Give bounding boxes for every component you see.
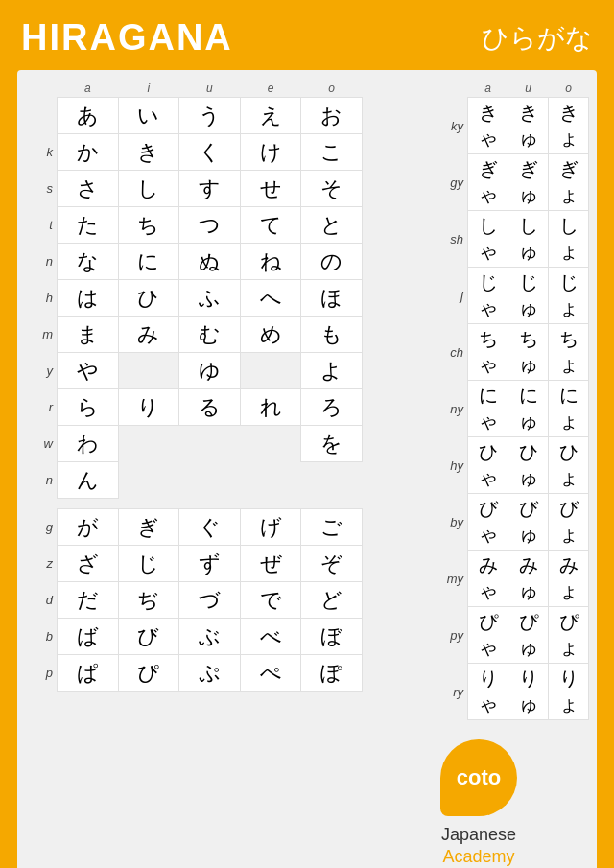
combo-kana-cell: しゅ [508, 211, 549, 268]
right-panel: a u o kyきゃきゅきょgyぎゃぎゅぎょshしゃしゅしょjじゃじゅじょchち… [368, 80, 589, 868]
combo-kana-cell: しょ [549, 211, 589, 268]
dakuten-kana-cell: び [118, 619, 179, 655]
kana-cell: き [118, 134, 179, 171]
kana-cell: ん [57, 462, 118, 499]
dakuten-row-label: d [25, 582, 57, 619]
kana-cell: け [240, 134, 301, 171]
combo-kana-cell: ぎゃ [468, 154, 508, 211]
dakuten-kana-cell: が [57, 509, 118, 546]
kana-cell: い [118, 98, 179, 134]
kana-cell: は [57, 280, 118, 317]
combo-row-label: my [368, 551, 468, 607]
kana-cell [179, 462, 241, 499]
kana-cell: ひ [118, 280, 179, 317]
combo-kana-cell: ひゃ [468, 437, 508, 494]
combo-kana-cell: じゅ [508, 268, 549, 324]
kana-cell: に [118, 244, 179, 280]
dakuten-kana-cell: ぼ [301, 619, 363, 655]
dakuten-kana-cell: で [240, 582, 301, 619]
dakuten-row-label: b [25, 619, 57, 655]
kana-cell: う [179, 98, 241, 134]
kana-cell: つ [179, 207, 241, 244]
row-label: s [25, 171, 57, 207]
kana-cell: あ [57, 98, 118, 134]
academy-label: Academy [442, 847, 514, 866]
left-panel: a i u e o あいうえおkかきくけこsさしすせそtたちつてとnなにぬねのh… [25, 80, 363, 868]
dakuten-kana-cell: ぢ [118, 582, 179, 619]
combo-kana-cell: みょ [549, 551, 589, 607]
kana-cell: え [240, 98, 301, 134]
combo-row-label: py [368, 607, 468, 664]
combo-row-label: gy [368, 154, 468, 211]
combo-col-a: a [468, 80, 508, 98]
dakuten-row-label: z [25, 546, 57, 582]
kana-cell: か [57, 134, 118, 171]
kana-cell: ぬ [179, 244, 241, 280]
kana-cell: ね [240, 244, 301, 280]
page-title-kana: ひらがな [482, 20, 593, 57]
dakuten-kana-cell: ぶ [179, 619, 241, 655]
combo-kana-cell: びょ [549, 494, 589, 551]
dakuten-kana-cell: ぽ [301, 655, 363, 692]
kana-cell: ゆ [179, 353, 241, 389]
kana-cell [179, 426, 241, 462]
dakuten-kana-cell: づ [179, 582, 241, 619]
combo-kana-cell: りゃ [468, 664, 508, 720]
kana-cell: た [57, 207, 118, 244]
kana-cell [240, 353, 301, 389]
row-label: r [25, 389, 57, 426]
main-hiragana-table: a i u e o あいうえおkかきくけこsさしすせそtたちつてとnなにぬねのh… [25, 80, 363, 499]
combo-kana-cell: ぎょ [549, 154, 589, 211]
dakuten-row-label: g [25, 509, 57, 546]
kana-cell [240, 462, 301, 499]
row-label: y [25, 353, 57, 389]
row-label: n [25, 244, 57, 280]
dakuten-kana-cell: べ [240, 619, 301, 655]
kana-cell: ほ [301, 280, 363, 317]
coto-logo-text: coto [457, 765, 501, 790]
dakuten-kana-cell: げ [240, 509, 301, 546]
combo-row-label: ry [368, 664, 468, 720]
kana-cell: も [301, 317, 363, 353]
combo-kana-cell: ぎゅ [508, 154, 549, 211]
kana-cell: ま [57, 317, 118, 353]
kana-cell: お [301, 98, 363, 134]
kana-cell: や [57, 353, 118, 389]
kana-cell [118, 426, 179, 462]
combo-kana-cell: ちゅ [508, 324, 549, 381]
dakuten-kana-cell: ど [301, 582, 363, 619]
dakuten-kana-cell: ぺ [240, 655, 301, 692]
kana-cell: す [179, 171, 241, 207]
row-label: m [25, 317, 57, 353]
kana-cell: へ [240, 280, 301, 317]
dakuten-kana-cell: ぐ [179, 509, 241, 546]
combo-row-label: j [368, 268, 468, 324]
combo-row-label: ny [368, 381, 468, 437]
combo-row-label: by [368, 494, 468, 551]
kana-cell: の [301, 244, 363, 280]
kana-cell: と [301, 207, 363, 244]
kana-cell: ら [57, 389, 118, 426]
combo-kana-cell: じょ [549, 268, 589, 324]
academy-text: Japanese Academy [441, 824, 516, 868]
kana-cell [118, 353, 179, 389]
row-label: w [25, 426, 57, 462]
kana-cell: む [179, 317, 241, 353]
kana-cell: く [179, 134, 241, 171]
combo-kana-cell: みゅ [508, 551, 549, 607]
combo-kana-cell: きょ [549, 98, 589, 154]
dakuten-kana-cell: ぞ [301, 546, 363, 582]
dakuten-kana-cell: ぱ [57, 655, 118, 692]
page-title: HIRAGANA [21, 17, 233, 59]
kana-cell: な [57, 244, 118, 280]
dakuten-kana-cell: ざ [57, 546, 118, 582]
dakuten-row-label: p [25, 655, 57, 692]
combo-row-label: ky [368, 98, 468, 154]
combo-kana-cell: ぴょ [549, 607, 589, 664]
col-header-a: a [57, 80, 118, 98]
dakuten-kana-cell: ず [179, 546, 241, 582]
kana-cell: れ [240, 389, 301, 426]
kana-cell: そ [301, 171, 363, 207]
kana-cell: さ [57, 171, 118, 207]
combo-kana-cell: しゃ [468, 211, 508, 268]
